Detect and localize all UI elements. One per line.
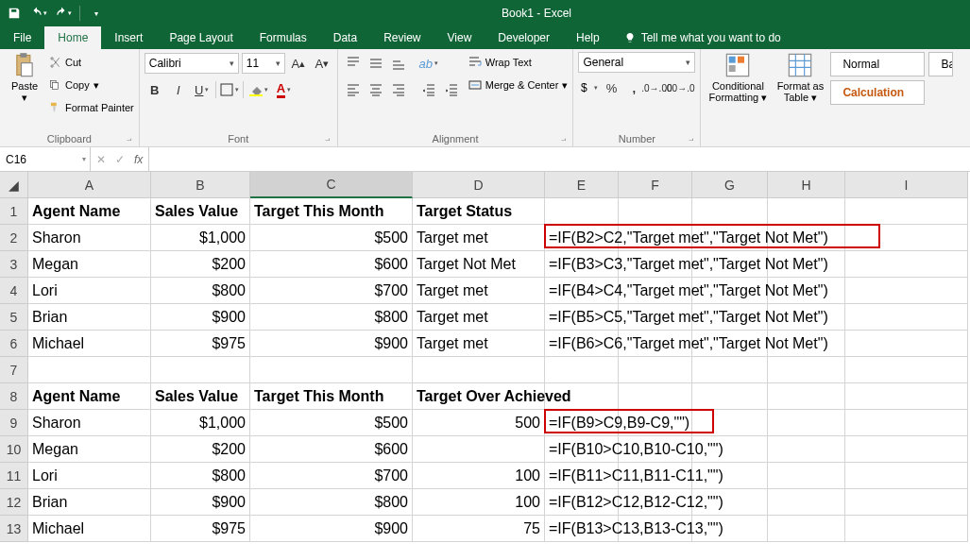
cell-I9[interactable] <box>845 410 968 436</box>
cell-C4[interactable]: $700 <box>250 278 413 304</box>
cell-A5[interactable]: Brian <box>28 304 151 331</box>
cell-B3[interactable]: $200 <box>151 251 250 278</box>
cell-C12[interactable]: $800 <box>250 489 413 516</box>
cell-C6[interactable]: $900 <box>250 331 413 357</box>
copy-button[interactable]: Copy ▾ <box>48 75 134 95</box>
cell-B12[interactable]: $900 <box>151 489 250 516</box>
cell-D5[interactable]: Target met <box>413 304 545 331</box>
cell-D2[interactable]: Target met <box>413 225 545 251</box>
cell-I5[interactable] <box>845 304 968 331</box>
cell-A12[interactable]: Brian <box>28 489 151 516</box>
cell-G9[interactable] <box>692 410 768 436</box>
col-header-E[interactable]: E <box>545 172 619 198</box>
col-header-G[interactable]: G <box>692 172 768 198</box>
cell-B4[interactable]: $800 <box>151 278 250 304</box>
tab-view[interactable]: View <box>434 26 485 49</box>
borders-button[interactable] <box>219 79 240 100</box>
cell-D6[interactable]: Target met <box>413 331 545 357</box>
tab-formulas[interactable]: Formulas <box>247 26 320 49</box>
cell-D1[interactable]: Target Status <box>413 198 545 225</box>
number-format-select[interactable]: General <box>578 52 695 73</box>
cell-A13[interactable]: Michael <box>28 516 151 542</box>
name-box[interactable]: C16 <box>0 147 91 171</box>
fx-button[interactable]: fx <box>134 153 143 166</box>
cell-E7[interactable] <box>545 357 619 383</box>
accounting-format-button[interactable]: $ <box>578 77 599 98</box>
cell-D11[interactable]: 100 <box>413 463 545 489</box>
cell-E9[interactable]: =IF(B9>C9,B9-C9,"") <box>545 410 619 436</box>
cell-C1[interactable]: Target This Month <box>250 198 413 225</box>
align-top-button[interactable] <box>343 53 364 74</box>
tab-page-layout[interactable]: Page Layout <box>156 26 246 49</box>
col-header-D[interactable]: D <box>413 172 545 198</box>
cell-C7[interactable] <box>250 357 413 383</box>
align-bottom-button[interactable] <box>388 53 409 74</box>
decrease-indent-button[interactable] <box>418 79 439 100</box>
cell-B10[interactable]: $200 <box>151 436 250 463</box>
cell-B5[interactable]: $900 <box>151 304 250 331</box>
cell-A4[interactable]: Lori <box>28 278 151 304</box>
font-size-select[interactable]: 11 <box>242 53 285 74</box>
align-left-button[interactable] <box>343 79 364 100</box>
cell-A1[interactable]: Agent Name <box>28 198 151 225</box>
cell-F8[interactable] <box>619 383 692 410</box>
cell-F1[interactable] <box>619 198 692 225</box>
row-header-10[interactable]: 10 <box>0 436 28 463</box>
tellme-search[interactable]: Tell me what you want to do <box>613 26 792 49</box>
cell-C3[interactable]: $600 <box>250 251 413 278</box>
cell-H9[interactable] <box>768 410 845 436</box>
row-header-13[interactable]: 13 <box>0 516 28 542</box>
cell-B13[interactable]: $975 <box>151 516 250 542</box>
cell-A2[interactable]: Sharon <box>28 225 151 251</box>
decrease-decimal-button[interactable]: .00→.0 <box>669 77 689 98</box>
tab-help[interactable]: Help <box>563 26 613 49</box>
tab-home[interactable]: Home <box>44 26 101 49</box>
cell-I4[interactable] <box>845 278 968 304</box>
cell-E3[interactable]: =IF(B3>C3,"Target met","Target Not Met") <box>545 251 619 278</box>
cell-C8[interactable]: Target This Month <box>250 383 413 410</box>
tab-review[interactable]: Review <box>370 26 434 49</box>
row-header-8[interactable]: 8 <box>0 383 28 410</box>
cell-D9[interactable]: 500 <box>413 410 545 436</box>
cell-A6[interactable]: Michael <box>28 331 151 357</box>
cell-D12[interactable]: 100 <box>413 489 545 516</box>
cell-A11[interactable]: Lori <box>28 463 151 489</box>
cell-F7[interactable] <box>619 357 692 383</box>
cut-button[interactable]: Cut <box>48 52 134 73</box>
cell-D8[interactable]: Target Over Achieved <box>413 383 545 410</box>
row-header-7[interactable]: 7 <box>0 357 28 383</box>
cell-E6[interactable]: =IF(B6>C6,"Target met","Target Not Met") <box>545 331 619 357</box>
font-color-button[interactable]: A <box>274 79 294 100</box>
col-header-C[interactable]: C <box>250 172 413 198</box>
redo-button[interactable]: ▾ <box>53 3 74 24</box>
cell-B2[interactable]: $1,000 <box>151 225 250 251</box>
col-header-A[interactable]: A <box>28 172 151 198</box>
cell-G1[interactable] <box>692 198 768 225</box>
save-button[interactable] <box>4 3 25 24</box>
cell-D3[interactable]: Target Not Met <box>413 251 545 278</box>
cell-B6[interactable]: $975 <box>151 331 250 357</box>
merge-center-button[interactable]: Merge & Center ▾ <box>468 75 569 95</box>
cell-A3[interactable]: Megan <box>28 251 151 278</box>
fill-color-button[interactable] <box>247 79 271 100</box>
cell-C13[interactable]: $900 <box>250 516 413 542</box>
cell-I8[interactable] <box>845 383 968 410</box>
tab-developer[interactable]: Developer <box>485 26 563 49</box>
conditional-formatting-button[interactable]: Conditional Formatting ▾ <box>706 52 770 103</box>
cell-C10[interactable]: $600 <box>250 436 413 463</box>
cell-E1[interactable] <box>545 198 619 225</box>
cell-I12[interactable] <box>845 489 968 516</box>
cell-I3[interactable] <box>845 251 968 278</box>
spreadsheet-grid[interactable]: ◢ A B C D E F G H I 1 Agent Name Sales V… <box>0 172 970 542</box>
cell-A10[interactable]: Megan <box>28 436 151 463</box>
cell-E10[interactable]: =IF(B10>C10,B10-C10,"") <box>545 436 619 463</box>
cell-H10[interactable] <box>768 436 845 463</box>
row-header-4[interactable]: 4 <box>0 278 28 304</box>
cell-G7[interactable] <box>692 357 768 383</box>
cell-H11[interactable] <box>768 463 845 489</box>
row-header-2[interactable]: 2 <box>0 225 28 251</box>
cell-C9[interactable]: $500 <box>250 410 413 436</box>
cell-H8[interactable] <box>768 383 845 410</box>
cell-style-calculation[interactable]: Calculation <box>830 80 925 105</box>
cell-D7[interactable] <box>413 357 545 383</box>
